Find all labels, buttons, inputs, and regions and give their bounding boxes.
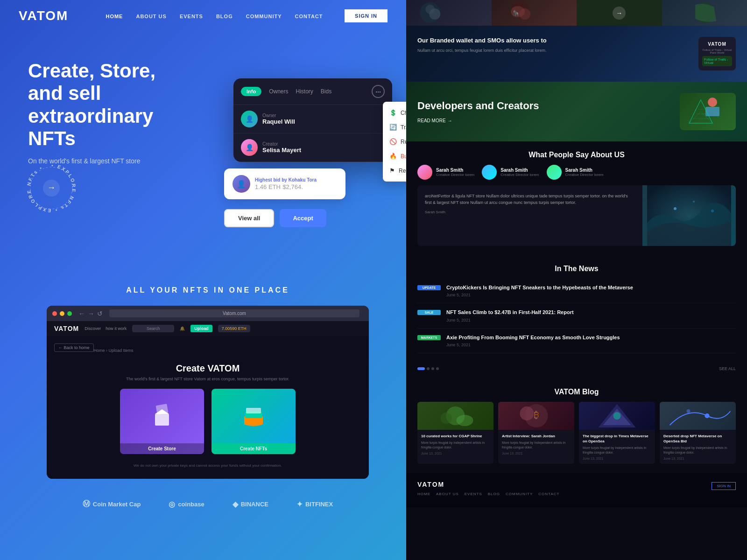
blog-date-3: June 13, 2021 [583, 457, 651, 460]
dropdown-transfer[interactable]: 🔄 Transfer token [383, 120, 406, 134]
coinbase-icon: ◎ [169, 500, 175, 509]
report-icon: ⚑ [389, 167, 395, 174]
nav-item-about[interactable]: ABOUT US [136, 12, 166, 20]
news-title-2[interactable]: NFT Sales Climb to $2.47B in First-Half … [446, 309, 736, 315]
tab-owners[interactable]: Owners [269, 88, 288, 95]
t-name-2: Sarah Smith [500, 168, 539, 173]
inner-search[interactable]: Search [132, 325, 174, 332]
explore-circle-svg: • EXPLORE NFTs • EXPLORE NFTs • → [26, 162, 77, 214]
page-dot-1[interactable] [417, 367, 425, 370]
blog-card-3[interactable]: The biggest drop in Times Metaverse on O… [579, 402, 655, 464]
blog-title-4: Deserted drop NFT Metaverse on OpenSea B… [663, 434, 732, 444]
blog-card-4[interactable]: Deserted drop NFT Metaverse on OpenSea B… [660, 402, 736, 464]
nav-item-contact[interactable]: CONTACT [295, 12, 323, 20]
footer-link-about[interactable]: ABOUT US [436, 492, 459, 496]
nav-item-home[interactable]: HOME [106, 12, 123, 20]
refresh-icon[interactable]: ↺ [97, 310, 103, 317]
svg-point-39 [613, 412, 621, 420]
create-nfts-button[interactable]: Create NFTs [211, 443, 296, 454]
footer-link-blog[interactable]: BLOG [488, 492, 500, 496]
blog-card-1[interactable]: 10 curated works for CGAP Shrine More tu… [417, 402, 493, 464]
page-dot-4[interactable] [436, 367, 439, 370]
tab-bids[interactable]: Bids [321, 88, 331, 95]
blog-card-2[interactable]: ₿ Artist Interview: Sarah Jordan More tu… [498, 402, 574, 464]
nft-menu-button[interactable]: ··· [372, 85, 385, 98]
view-all-button[interactable]: View all [224, 209, 274, 227]
top-image-arrow[interactable]: → [613, 7, 626, 20]
back-nav-icon[interactable]: ← [78, 310, 85, 317]
dropdown-burn[interactable]: 🔥 Burn token [383, 149, 406, 163]
blog-date-1: June 13, 2021 [421, 452, 490, 455]
svg-text:🦍: 🦍 [512, 9, 519, 16]
dropdown-change-price[interactable]: 💲 Change price [383, 105, 406, 120]
accept-button[interactable]: Accept [280, 209, 326, 227]
create-store-button[interactable]: Create Store [120, 443, 204, 454]
news-title-1[interactable]: CryptoKickers Is Bringing NFT Sneakers t… [446, 284, 736, 291]
footer-link-community[interactable]: COMMUNITY [506, 492, 533, 496]
creator-info: Creator Selisa Mayert [262, 141, 385, 154]
footer-link-contact[interactable]: CONTACT [538, 492, 559, 496]
page-dot-2[interactable] [427, 367, 430, 370]
news-content-1: CryptoKickers Is Bringing NFT Sneakers t… [446, 284, 736, 297]
dev-text: Developers and Creators READ MORE [417, 100, 670, 123]
browser-url-bar[interactable]: Vatom.com [109, 309, 359, 317]
dropdown-report[interactable]: ⚑ Report [383, 163, 406, 178]
browser-mockup: ← → ↺ Vatom.com VATOM Discover how it wo… [47, 306, 369, 479]
page-dots [417, 367, 439, 370]
tab-history[interactable]: History [296, 88, 313, 95]
create-nft-card[interactable]: Create NFTs [211, 389, 296, 454]
news-title-3[interactable]: Axie Profiting From Booming NFT Economy … [446, 334, 736, 341]
footer-link-events[interactable]: EVENTS [465, 492, 482, 496]
top-image-1 [406, 0, 492, 26]
upload-button[interactable]: Upload [190, 325, 212, 332]
page-dot-3[interactable] [431, 367, 434, 370]
news-badge-2: SALE [417, 310, 441, 315]
creator-avatar: 👤 [241, 139, 258, 156]
dropdown-remove-sale[interactable]: 🚫 Remove from sale [383, 134, 406, 149]
bitfinex-icon: ✦ [296, 500, 303, 509]
dropdown-transfer-label: Transfer token [401, 124, 406, 131]
nav-link-events[interactable]: EVENTS [180, 14, 203, 19]
t-info-3: Sarah Smith Creative Director lorem [565, 168, 604, 177]
explore-circle[interactable]: • EXPLORE NFTs • EXPLORE NFTs • → [26, 162, 77, 214]
svg-point-30 [711, 210, 714, 212]
breadcrumb: Home › Upload Items [94, 348, 134, 353]
wallet-title: Our Branded wallet and SMOs allow users … [417, 37, 689, 45]
news-section: UPDATE CryptoKickers Is Bringing NFT Sne… [406, 279, 747, 363]
top-image-3[interactable]: → [577, 0, 662, 26]
nav-item-community[interactable]: COMMUNITY [246, 12, 282, 20]
inner-how-it-works[interactable]: how it work [106, 326, 127, 331]
bidder-name: Kohaku Tora [289, 177, 317, 182]
branded-wallet-section: Our Branded wallet and SMOs allow users … [406, 26, 747, 82]
svg-point-41 [687, 409, 691, 413]
binance-label: BINANCE [241, 501, 268, 508]
nav-link-about[interactable]: ABOUT US [136, 14, 166, 19]
bell-icon: 🔔 [180, 326, 185, 331]
hero-section: Create, Store, and sell extraordinary NF… [0, 32, 406, 560]
dev-read-more-link[interactable]: READ MORE [417, 118, 670, 123]
blog-section: 10 curated works for CGAP Shrine More tu… [406, 402, 747, 473]
tab-info[interactable]: Info [241, 87, 261, 96]
nav-item-events[interactable]: EVENTS [180, 12, 203, 20]
create-store-card[interactable]: Create Store [120, 389, 204, 454]
nav-link-community[interactable]: COMMUNITY [246, 14, 282, 19]
bid-info: Highest bid by Kohaku Tora 1.46 ETH $2,7… [255, 177, 337, 191]
footer-sign-in-button[interactable]: SIGN IN [712, 482, 736, 490]
nav-link-contact[interactable]: CONTACT [295, 14, 323, 19]
dropdown-report-label: Report [399, 168, 406, 174]
news-date-2: June 5, 2021 [446, 318, 736, 322]
blog-desc-4: More turpis feugiat by Independent artis… [663, 446, 732, 455]
back-to-home-button[interactable]: ← Back to home [54, 343, 94, 352]
sign-in-button[interactable]: SIGN IN [345, 9, 388, 22]
footer-link-home[interactable]: HOME [417, 492, 430, 496]
see-all-link[interactable]: SEE ALL [719, 366, 736, 371]
inner-discover[interactable]: Discover [85, 326, 101, 331]
logo: VATOM [19, 8, 68, 23]
nav-link-home[interactable]: HOME [106, 14, 123, 19]
forward-nav-icon[interactable]: → [88, 310, 94, 317]
blog-date-4: June 13, 2021 [663, 457, 732, 460]
nav-item-blog[interactable]: BLOG [216, 12, 233, 20]
nav-link-blog[interactable]: BLOG [216, 14, 233, 19]
blog-title-3: The biggest drop in Times Metaverse on O… [583, 434, 651, 444]
svg-point-13 [429, 8, 440, 20]
